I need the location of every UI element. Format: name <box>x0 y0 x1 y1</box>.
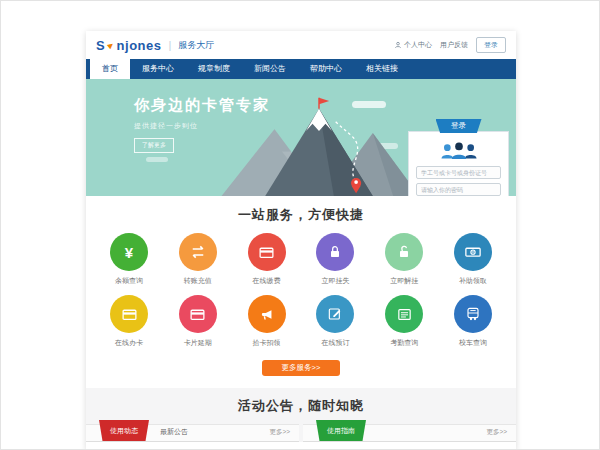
announcements-tabbar: 使用动态 最新公告 更多>> 使用指南 更多>> <box>86 424 516 442</box>
right-more-link[interactable]: 更多>> <box>486 423 507 441</box>
service-item-lost-found: 拾卡招领 <box>236 295 298 348</box>
service-item-card-extend: 卡片延期 <box>167 295 229 348</box>
announcements-right-group: 使用指南 更多>> <box>303 424 516 442</box>
hero-subtitle: 提供捷径一步到位 <box>134 121 270 131</box>
card-apply-icon[interactable] <box>110 295 148 333</box>
service-item-booking: 在线预订 <box>304 295 366 348</box>
service-item-payment: 在线缴费 <box>236 233 298 286</box>
nav-item-service-center[interactable]: 服务中心 <box>130 59 186 79</box>
website-screenshot: S ► njones | 服务大厅 个人中心 用户反馈 登录 首页 服务中心 规… <box>86 31 516 450</box>
nav-item-home[interactable]: 首页 <box>90 59 130 79</box>
left-more-link[interactable]: 更多>> <box>269 423 290 441</box>
more-services-button[interactable]: 更多服务>> <box>262 360 340 376</box>
service-item-new-card: 在线办卡 <box>98 295 160 348</box>
announcements-heading: 活动公告，随时知晓 <box>86 397 516 415</box>
tab-latest-announcements[interactable]: 最新公告 <box>149 423 199 441</box>
bus-icon[interactable] <box>454 295 492 333</box>
hero-banner: 你身边的卡管专家 提供捷径一步到位 了解更多 <box>86 79 516 196</box>
unlock-icon[interactable] <box>385 233 423 271</box>
services-row-2: 在线办卡 卡片延期 拾卡招领 <box>98 295 504 348</box>
service-item-transfer: 转账充值 <box>167 233 229 286</box>
site-name: 服务大厅 <box>178 39 214 52</box>
main-nav: 首页 服务中心 规章制度 新闻公告 帮助中心 相关链接 <box>86 59 516 79</box>
yen-icon[interactable]: ¥ <box>110 233 148 271</box>
services-heading: 一站服务，方便快捷 <box>98 206 504 224</box>
login-tab[interactable]: 登录 <box>436 119 482 133</box>
logo-text-suffix: njones <box>117 38 162 53</box>
tab-usage-guide[interactable]: 使用指南 <box>316 420 366 441</box>
services-row-1: ¥ 余额查询 转账充值 在线缴费 <box>98 233 504 286</box>
cloud-decoration <box>146 157 168 162</box>
services-section: 一站服务，方便快捷 ¥ 余额查询 转账充值 在线缴费 <box>86 196 516 388</box>
attendance-list-icon[interactable] <box>385 295 423 333</box>
login-panel: 登录 记住用户名 忘记密码 <box>408 119 509 196</box>
transfer-arrows-icon[interactable] <box>179 233 217 271</box>
hero-title: 你身边的卡管专家 <box>134 96 270 115</box>
credit-card-icon[interactable] <box>248 233 286 271</box>
tab-usage-news[interactable]: 使用动态 <box>99 420 149 441</box>
user-icon <box>394 41 402 49</box>
service-item-subsidy: 补助领取 <box>442 233 504 286</box>
header-login-button[interactable]: 登录 <box>476 37 506 53</box>
edit-icon[interactable] <box>316 295 354 333</box>
lock-icon[interactable] <box>316 233 354 271</box>
nav-item-news[interactable]: 新闻公告 <box>242 59 298 79</box>
site-header: S ► njones | 服务大厅 个人中心 用户反馈 登录 <box>86 31 516 59</box>
banknote-icon[interactable] <box>454 233 492 271</box>
nav-item-links[interactable]: 相关链接 <box>354 59 410 79</box>
password-input[interactable] <box>416 183 501 196</box>
service-item-balance: ¥ 余额查询 <box>98 233 160 286</box>
header-right: 个人中心 用户反馈 登录 <box>394 37 506 53</box>
hero-cta-button[interactable]: 了解更多 <box>134 138 174 153</box>
announcements-section: 活动公告，随时知晓 使用动态 最新公告 更多>> 使用指南 更多>> <box>86 388 516 442</box>
username-input[interactable] <box>416 166 501 179</box>
header-divider: | <box>169 39 172 51</box>
users-group-icon <box>438 141 480 161</box>
megaphone-icon[interactable] <box>248 295 286 333</box>
site-bottom-spacer <box>86 442 516 450</box>
hero-text: 你身边的卡管专家 提供捷径一步到位 了解更多 <box>134 96 270 153</box>
service-item-report-loss: 立即挂失 <box>304 233 366 286</box>
personal-center-link[interactable]: 个人中心 <box>394 40 432 50</box>
card-extend-icon[interactable] <box>179 295 217 333</box>
logo[interactable]: S ► njones <box>96 38 162 53</box>
nav-item-rules[interactable]: 规章制度 <box>186 59 242 79</box>
nav-item-help[interactable]: 帮助中心 <box>298 59 354 79</box>
login-form: 记住用户名 忘记密码 Cy10 换一张 登录 <box>408 131 509 196</box>
service-item-attendance: 考勤查询 <box>373 295 435 348</box>
page-canvas: S ► njones | 服务大厅 个人中心 用户反馈 登录 首页 服务中心 规… <box>0 0 600 450</box>
service-item-unlock: 立即解挂 <box>373 233 435 286</box>
feedback-link[interactable]: 用户反馈 <box>440 40 468 50</box>
announcements-left-group: 使用动态 最新公告 更多>> <box>86 424 299 442</box>
service-item-school-bus: 校车查询 <box>442 295 504 348</box>
